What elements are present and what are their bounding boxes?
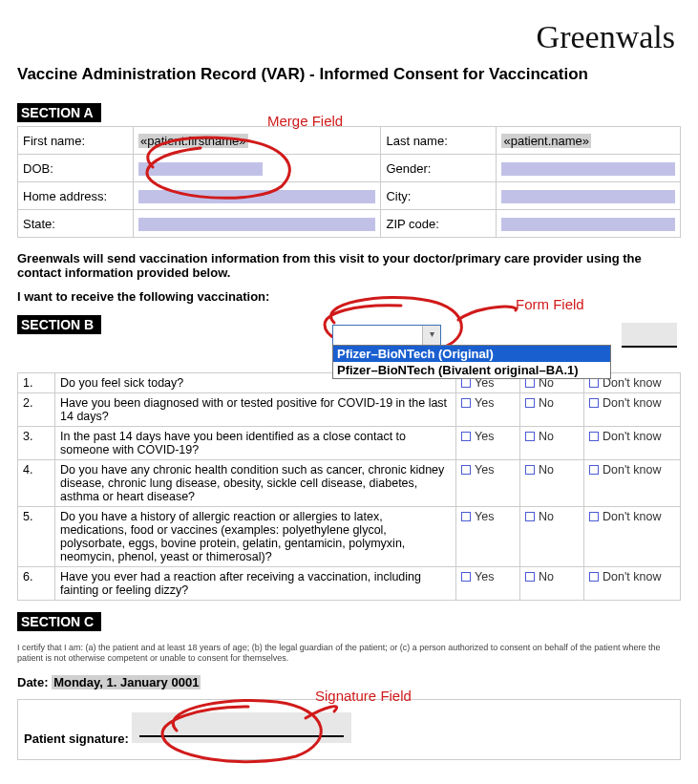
checkbox-icon[interactable]	[461, 465, 471, 475]
gender-value[interactable]	[497, 155, 681, 182]
city-value[interactable]	[497, 182, 681, 210]
signature-field[interactable]	[132, 712, 351, 743]
checkbox-icon[interactable]	[525, 432, 535, 441]
checkbox-icon[interactable]	[525, 465, 535, 475]
city-label: City:	[381, 182, 497, 210]
checkbox-icon[interactable]	[461, 378, 471, 388]
fill-area	[501, 190, 675, 203]
chevron-down-icon[interactable]: ▾	[422, 326, 440, 345]
dob-label: DOB:	[18, 155, 134, 182]
document-page: Greenwals Vaccine Administration Record …	[0, 0, 698, 784]
checkbox-icon[interactable]	[461, 572, 471, 582]
table-row: State: ZIP code:	[18, 210, 681, 238]
table-row: DOB: Gender:	[18, 155, 681, 182]
question-number: 2.	[18, 393, 55, 427]
checkbox-icon[interactable]	[589, 432, 599, 441]
zip-label: ZIP code:	[381, 210, 497, 238]
last-name-value[interactable]: «patient.name»	[497, 127, 681, 155]
checkbox-icon[interactable]	[589, 512, 599, 521]
answer-no[interactable]: No	[520, 507, 584, 567]
question-text: Do you have any chronic health condition…	[55, 460, 456, 507]
fill-area	[138, 190, 375, 203]
section-b-header: SECTION B	[17, 315, 101, 334]
certification-text: I certify that I am: (a) the patient and…	[17, 643, 681, 664]
info-paragraph: Greenwals will send vaccination informat…	[17, 251, 681, 280]
state-label: State:	[18, 210, 134, 238]
checkbox-icon[interactable]	[589, 398, 599, 408]
table-row: Home address: City:	[18, 182, 681, 210]
question-number: 5.	[18, 507, 55, 567]
dob-value[interactable]	[134, 155, 381, 182]
vaccination-dropdown[interactable]: ▾ Pfizer–BioNTech (Original) Pfizer–BioN…	[332, 325, 441, 346]
checkbox-icon[interactable]	[525, 512, 535, 521]
answer-dontknow[interactable]: Don't know	[584, 427, 681, 460]
fill-area	[138, 218, 375, 231]
answer-yes[interactable]: Yes	[456, 427, 520, 460]
state-value[interactable]	[134, 210, 381, 238]
dropdown-box[interactable]: ▾	[332, 325, 441, 346]
page-title: Vaccine Administration Record (VAR) - In…	[17, 65, 681, 84]
first-name-value[interactable]: «patient.firstname»	[134, 127, 381, 155]
question-number: 4.	[18, 460, 55, 507]
answer-no[interactable]: No	[520, 460, 584, 507]
checkbox-icon[interactable]	[589, 572, 599, 582]
answer-no[interactable]: No	[520, 393, 584, 427]
section-a-header: SECTION A	[17, 103, 101, 122]
checkbox-icon[interactable]	[589, 465, 599, 475]
price-field[interactable]	[622, 323, 677, 348]
checkbox-icon[interactable]	[525, 398, 535, 408]
merge-field: «patient.firstname»	[138, 134, 248, 148]
signature-cell: Patient signature:	[18, 699, 681, 759]
answer-no[interactable]: No	[520, 567, 584, 601]
gender-label: Gender:	[381, 155, 497, 182]
screening-questions-table: 1. Do you feel sick today? Yes No Don't …	[17, 372, 681, 601]
patient-signature-label: Patient signature:	[24, 731, 129, 746]
fill-area	[138, 162, 263, 176]
question-text: Have you been diagnosed with or tested p…	[55, 393, 456, 427]
table-row: 3. In the past 14 days have you been ide…	[18, 427, 681, 460]
table-row: 5. Do you have a history of allergic rea…	[18, 507, 681, 567]
question-number: 1.	[18, 373, 55, 393]
merge-field: «patient.name»	[501, 134, 591, 148]
table-row: 2. Have you been diagnosed with or teste…	[18, 393, 681, 427]
answer-dontknow[interactable]: Don't know	[584, 460, 681, 507]
dropdown-option[interactable]: Pfizer–BioNTech (Bivalent original–BA.1)	[333, 362, 610, 378]
checkbox-icon[interactable]	[589, 378, 599, 388]
answer-yes[interactable]: Yes	[456, 460, 520, 507]
zip-value[interactable]	[497, 210, 681, 238]
home-address-label: Home address:	[18, 182, 134, 210]
answer-yes[interactable]: Yes	[456, 567, 520, 601]
annotation-form-field-label: Form Field	[516, 296, 584, 312]
home-address-value[interactable]	[134, 182, 381, 210]
table-row: 4. Do you have any chronic health condit…	[18, 460, 681, 507]
annotation-merge-field-label: Merge Field	[267, 113, 343, 129]
table-row: 6. Have you ever had a reaction after re…	[18, 567, 681, 601]
checkbox-icon[interactable]	[525, 378, 535, 388]
table-row: First name: «patient.firstname» Last nam…	[18, 127, 681, 155]
fill-area	[501, 218, 675, 231]
answer-no[interactable]: No	[520, 427, 584, 460]
dropdown-list: Pfizer–BioNTech (Original) Pfizer–BioNTe…	[332, 345, 611, 379]
question-text: Have you ever had a reaction after recei…	[55, 567, 456, 601]
answer-dontknow[interactable]: Don't know	[584, 567, 681, 601]
table-row: Patient signature:	[18, 699, 681, 759]
answer-yes[interactable]: Yes	[456, 507, 520, 567]
first-name-label: First name:	[18, 127, 134, 155]
checkbox-icon[interactable]	[525, 572, 535, 582]
question-number: 6.	[18, 567, 55, 601]
checkbox-icon[interactable]	[461, 512, 471, 521]
answer-yes[interactable]: Yes	[456, 393, 520, 427]
brand-wordmark: Greenwals	[17, 19, 681, 55]
checkbox-icon[interactable]	[461, 398, 471, 408]
checkbox-icon[interactable]	[461, 432, 471, 441]
patient-info-table: First name: «patient.firstname» Last nam…	[17, 126, 681, 238]
dropdown-option[interactable]: Pfizer–BioNTech (Original)	[333, 346, 610, 362]
question-text: Do you have a history of allergic reacti…	[55, 507, 456, 567]
last-name-label: Last name:	[381, 127, 497, 155]
answer-dontknow[interactable]: Don't know	[584, 393, 681, 427]
date-value: Monday, 1. January 0001	[52, 675, 201, 689]
question-number: 3.	[18, 427, 55, 460]
question-text: In the past 14 days have you been identi…	[55, 427, 456, 460]
fill-area	[501, 162, 675, 176]
answer-dontknow[interactable]: Don't know	[584, 507, 681, 567]
